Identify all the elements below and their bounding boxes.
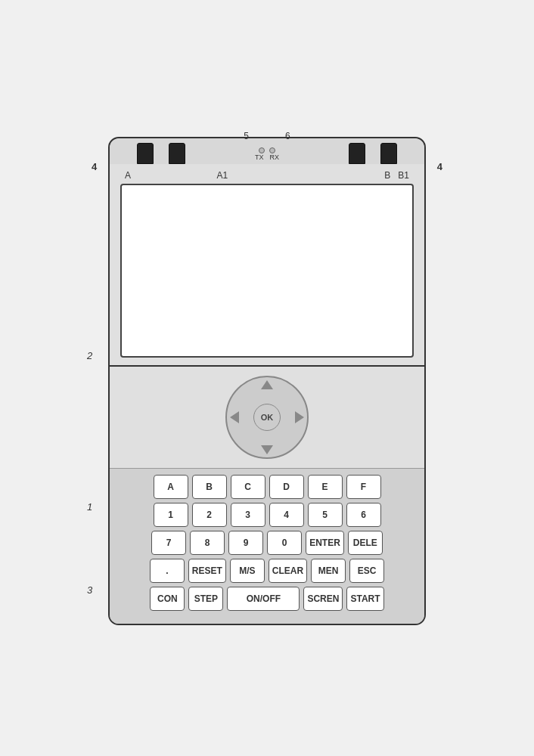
port-a-label: A [125,170,131,181]
screen-section: A A1 B B1 [110,164,424,365]
key-6[interactable]: 6 [346,503,381,527]
rx-led [269,147,275,153]
key-2[interactable]: 2 [192,503,227,527]
key-9[interactable]: 9 [228,531,263,555]
label-6: 6 [285,131,290,141]
key-enter[interactable]: ENTER [306,531,344,555]
port-b1-label: B1 [398,170,409,181]
label-1: 1 [87,501,92,513]
dpad-section: OK [110,365,424,468]
left-connectors [137,143,185,164]
dpad-up-button[interactable] [261,380,273,389]
key-row-4: . RESET M/S CLEAR MEN ESC [117,559,417,583]
key-4[interactable]: 4 [269,503,304,527]
key-0[interactable]: 0 [267,531,302,555]
key-step[interactable]: STEP [188,587,223,611]
arrow-down-icon [261,445,273,454]
key-start[interactable]: START [346,587,383,611]
dpad-right-button[interactable] [295,411,304,423]
connector-tr2 [380,143,397,164]
key-D[interactable]: D [269,475,304,499]
connector-tl [137,143,154,164]
key-reset[interactable]: RESET [188,559,226,583]
key-8[interactable]: 8 [190,531,225,555]
key-1[interactable]: 1 [154,503,188,527]
key-3[interactable]: 3 [231,503,265,527]
port-a1-label: A1 [217,170,228,181]
key-5[interactable]: 5 [308,503,343,527]
key-men[interactable]: MEN [311,559,346,583]
tx-label: TX [255,153,264,161]
arrow-up-icon [261,380,273,389]
key-onoff[interactable]: ON/OFF [227,587,300,611]
screen-display [120,184,414,358]
dpad-down-button[interactable] [261,445,273,454]
key-scren[interactable]: SCREN [303,587,343,611]
key-row-1: A B C D E F [117,475,417,499]
label-3: 3 [87,584,92,596]
key-C[interactable]: C [231,475,265,499]
key-7[interactable]: 7 [151,531,186,555]
rx-label: RX [270,153,280,161]
label-5: 5 [244,131,249,141]
keyboard-section: A B C D E F 1 2 3 4 5 6 7 8 9 0 [110,468,424,624]
arrow-left-icon [230,411,239,423]
key-con[interactable]: CON [150,587,185,611]
key-dot[interactable]: . [150,559,185,583]
key-B[interactable]: B [192,475,227,499]
key-clear[interactable]: CLEAR [269,559,307,583]
device-body: TX RX A A1 B B1 [108,137,426,625]
dpad-left-button[interactable] [230,411,239,423]
label-4-right: 4 [437,161,442,172]
led-row [259,147,275,153]
key-ms[interactable]: M/S [230,559,265,583]
key-row-2: 1 2 3 4 5 6 [117,503,417,527]
tx-led [259,147,265,153]
label-4-left: 4 [92,161,97,172]
key-A[interactable]: A [154,475,188,499]
port-labels: A A1 B B1 [120,170,414,181]
port-b-label: B [384,170,390,181]
tx-rx-labels: TX RX [255,153,279,161]
key-row-3: 7 8 9 0 ENTER DELE [117,531,417,555]
key-F[interactable]: F [346,475,381,499]
key-dele[interactable]: DELE [348,531,383,555]
right-connectors [349,143,397,164]
dpad-container[interactable]: OK [225,376,309,459]
connector-tl2 [169,143,185,164]
connector-tr [349,143,365,164]
key-E[interactable]: E [308,475,343,499]
label-2: 2 [87,350,92,361]
arrow-right-icon [295,411,304,423]
ok-button[interactable]: OK [253,404,281,431]
key-row-5: CON STEP ON/OFF SCREN START [117,587,417,611]
key-esc[interactable]: ESC [349,559,384,583]
